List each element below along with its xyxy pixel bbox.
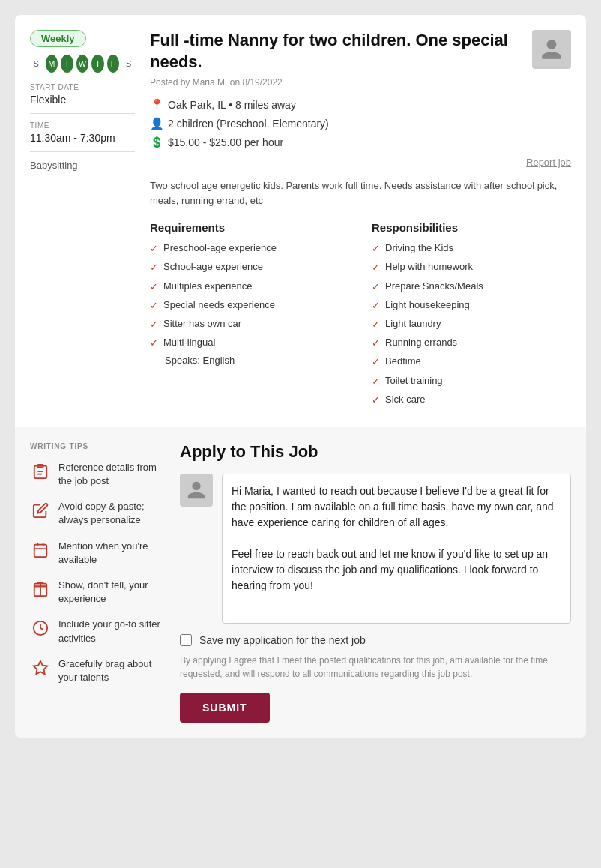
- svg-rect-4: [34, 544, 47, 557]
- responsibility-item: ✓Prepare Snacks/Meals: [372, 280, 571, 294]
- category: Babysitting: [30, 160, 135, 171]
- left-sidebar: Weekly SMTWTFS START DATE Flexible TIME …: [30, 30, 135, 412]
- writing-tips-title: WRITING TIPS: [30, 442, 165, 450]
- job-title: Full -time Nanny for two children. One s…: [150, 30, 523, 73]
- check-icon: ✓: [372, 261, 380, 274]
- check-icon: ✓: [150, 261, 158, 274]
- gift-icon: [30, 579, 51, 600]
- activity-icon: [30, 618, 51, 639]
- responsibilities-section: Responsibilities ✓Driving the Kids✓Help …: [372, 221, 571, 412]
- responsibility-item: ✓Bedtime: [372, 355, 571, 369]
- day-circle: F: [107, 55, 120, 73]
- disclaimer-text: By applying I agree that I meet the post…: [180, 654, 571, 681]
- clipboard-icon: [30, 461, 51, 482]
- poster-avatar: [532, 30, 571, 69]
- check-icon: ✓: [372, 375, 380, 388]
- responsibility-item: ✓Running errands: [372, 336, 571, 350]
- start-date-label: START DATE: [30, 83, 135, 91]
- responsibility-item: ✓Sick care: [372, 393, 571, 407]
- day-circle: W: [76, 55, 89, 73]
- days-row: SMTWTFS: [30, 55, 135, 73]
- children-text: 2 children (Preschool, Elementary): [168, 118, 329, 130]
- calendar-icon: [30, 540, 51, 561]
- tip-item: Mention when you're available: [30, 540, 165, 567]
- requirement-item: ✓Multi-lingual: [150, 336, 349, 350]
- time-label: TIME: [30, 121, 135, 130]
- check-icon: ✓: [372, 394, 380, 407]
- tip-item: Avoid copy & paste; always personalize: [30, 500, 165, 527]
- check-icon: ✓: [372, 299, 380, 313]
- check-icon: ✓: [372, 337, 380, 350]
- time-value: 11:30am - 7:30pm: [30, 132, 135, 152]
- applicant-avatar: [180, 474, 213, 507]
- requirement-item: ✓School-age experience: [150, 260, 349, 274]
- day-circle: M: [46, 55, 58, 73]
- pay-row: 💲 $15.00 - $25.00 per hour: [150, 136, 571, 149]
- check-icon: ✓: [150, 318, 158, 331]
- requirements-title: Requirements: [150, 221, 349, 234]
- location-icon: 📍: [150, 98, 163, 112]
- requirement-item: ✓Sitter has own car: [150, 317, 349, 331]
- requirements-responsibilities: Requirements ✓Preschool-age experience✓S…: [150, 221, 571, 412]
- day-circle: T: [61, 55, 73, 73]
- top-section: Weekly SMTWTFS START DATE Flexible TIME …: [15, 15, 586, 427]
- check-icon: ✓: [372, 318, 380, 331]
- day-circle: T: [91, 55, 104, 73]
- day-circle: S: [122, 55, 135, 73]
- check-icon: ✓: [372, 280, 380, 294]
- person-icon: 👤: [150, 117, 163, 130]
- check-icon: ✓: [150, 242, 158, 256]
- start-date-value: Flexible: [30, 94, 135, 114]
- requirement-item: ✓Preschool-age experience: [150, 241, 349, 256]
- bottom-section: WRITING TIPS Reference details from the …: [15, 427, 586, 738]
- apply-title: Apply to This Job: [180, 442, 571, 462]
- job-description: Two school age energetic kids. Parents w…: [150, 178, 571, 208]
- responsibility-item: ✓Driving the Kids: [372, 241, 571, 256]
- tip-item: Show, don't tell, your experience: [30, 579, 165, 606]
- check-icon: ✓: [150, 337, 158, 350]
- check-icon: ✓: [372, 355, 380, 369]
- check-icon: ✓: [150, 280, 158, 294]
- location-row: 📍 Oak Park, IL • 8 miles away: [150, 98, 571, 112]
- report-job-row: Report job: [150, 157, 571, 168]
- responsibility-item: ✓Help with homework: [372, 260, 571, 274]
- check-icon: ✓: [372, 242, 380, 256]
- pay-text: $15.00 - $25.00 per hour: [168, 136, 283, 148]
- save-checkbox-row: Save my application for the next job: [180, 634, 571, 646]
- tip-item: Reference details from the job post: [30, 461, 165, 488]
- save-checkbox[interactable]: [180, 634, 192, 646]
- dollar-icon: 💲: [150, 136, 163, 149]
- check-icon: ✓: [150, 299, 158, 313]
- job-meta: 📍 Oak Park, IL • 8 miles away 👤 2 childr…: [150, 98, 571, 149]
- posted-by: Posted by Maria M. on 8/19/2022: [150, 77, 571, 88]
- requirements-section: Requirements ✓Preschool-age experience✓S…: [150, 221, 349, 412]
- requirement-item: ✓Special needs experience: [150, 298, 349, 313]
- job-title-row: Full -time Nanny for two children. One s…: [150, 30, 571, 73]
- main-content: Full -time Nanny for two children. One s…: [150, 30, 571, 412]
- save-label: Save my application for the next job: [199, 634, 366, 646]
- requirement-item: ✓Multiples experience: [150, 280, 349, 294]
- responsibility-item: ✓Light housekeeping: [372, 298, 571, 313]
- day-circle: S: [30, 55, 43, 73]
- tip-item: Include your go-to sitter activities: [30, 618, 165, 645]
- children-row: 👤 2 children (Preschool, Elementary): [150, 117, 571, 130]
- writing-tips-column: WRITING TIPS Reference details from the …: [30, 442, 165, 723]
- star-icon: [30, 657, 51, 678]
- apply-body: [180, 474, 571, 624]
- apply-column: Apply to This Job Save my application fo…: [180, 442, 571, 723]
- speaks-item: Speaks: English: [165, 355, 349, 366]
- responsibility-item: ✓Light laundry: [372, 317, 571, 331]
- responsibilities-title: Responsibilities: [372, 221, 571, 234]
- tip-item: Gracefully brag about your talents: [30, 657, 165, 684]
- edit-icon: [30, 500, 51, 521]
- report-job-link[interactable]: Report job: [526, 157, 571, 168]
- svg-marker-11: [34, 661, 47, 674]
- location-text: Oak Park, IL • 8 miles away: [168, 99, 296, 111]
- weekly-badge: Weekly: [30, 30, 86, 47]
- message-input[interactable]: [222, 474, 571, 624]
- submit-button[interactable]: SUBMIT: [180, 693, 270, 723]
- responsibility-item: ✓Toilet training: [372, 374, 571, 388]
